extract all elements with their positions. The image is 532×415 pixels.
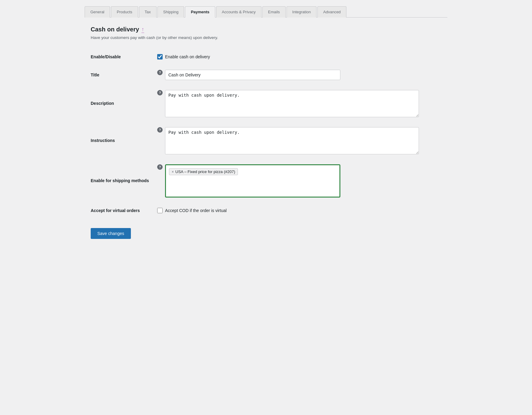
enable-disable-row: Enable/Disable Enable cash on delivery xyxy=(91,48,441,65)
instructions-field: ? Pay with cash upon delivery. xyxy=(157,122,441,159)
enable-disable-field: Enable cash on delivery xyxy=(157,48,441,65)
shipping-methods-wrapper: ? × USA – Fixed price for pizza (#207) xyxy=(157,164,441,198)
save-changes-button[interactable]: Save changes xyxy=(91,228,131,239)
description-label: Description xyxy=(91,85,157,122)
title-help-icon[interactable]: ? xyxy=(157,70,163,75)
page-wrapper: General Products Tax Shipping Payments A… xyxy=(79,0,453,251)
shipping-methods-label: Enable for shipping methods xyxy=(91,159,157,202)
shipping-methods-field: ? × USA – Fixed price for pizza (#207) xyxy=(157,159,441,202)
title-field: ? xyxy=(157,65,441,85)
tag-remove-icon[interactable]: × xyxy=(172,170,174,174)
content-area: Cash on delivery ↑ Have your customers p… xyxy=(85,18,447,245)
description-field: ? Pay with cash upon delivery. xyxy=(157,85,441,122)
instructions-field-wrapper: ? Pay with cash upon delivery. xyxy=(157,127,441,154)
tab-emails[interactable]: Emails xyxy=(262,6,286,18)
description-field-wrapper: ? Pay with cash upon delivery. xyxy=(157,90,441,117)
accept-virtual-checkbox[interactable] xyxy=(157,208,163,213)
tabs-bar: General Products Tax Shipping Payments A… xyxy=(85,6,447,18)
shipping-method-tag-label: USA – Fixed price for pizza (#207) xyxy=(175,169,235,174)
instructions-textarea[interactable]: Pay with cash upon delivery. xyxy=(165,127,419,154)
tab-accounts-privacy[interactable]: Accounts & Privacy xyxy=(216,6,261,18)
tab-general[interactable]: General xyxy=(85,6,110,18)
page-title: Cash on delivery ↑ xyxy=(91,26,441,33)
shipping-method-tag: × USA – Fixed price for pizza (#207) xyxy=(169,168,238,175)
page-description: Have your customers pay with cash (or by… xyxy=(91,35,441,40)
description-textarea[interactable]: Pay with cash upon delivery. xyxy=(165,90,419,117)
tab-integration[interactable]: Integration xyxy=(287,6,316,18)
accept-virtual-label: Accept COD if the order is virtual xyxy=(165,208,227,213)
virtual-orders-checkbox-wrapper: Accept COD if the order is virtual xyxy=(157,208,441,213)
shipping-methods-box[interactable]: × USA – Fixed price for pizza (#207) xyxy=(165,164,340,198)
title-link-icon[interactable]: ↑ xyxy=(141,26,144,33)
shipping-methods-row: Enable for shipping methods ? × USA – Fi… xyxy=(91,159,441,202)
title-input[interactable] xyxy=(165,70,340,80)
instructions-label: Instructions xyxy=(91,122,157,159)
enable-cod-label: Enable cash on delivery xyxy=(165,54,210,59)
tab-tax[interactable]: Tax xyxy=(139,6,157,18)
description-row: Description ? Pay with cash upon deliver… xyxy=(91,85,441,122)
settings-form: Enable/Disable Enable cash on delivery T… xyxy=(91,48,441,219)
virtual-orders-row: Accept for virtual orders Accept COD if … xyxy=(91,202,441,219)
title-label: Title xyxy=(91,65,157,85)
enable-disable-label: Enable/Disable xyxy=(91,48,157,65)
virtual-orders-label: Accept for virtual orders xyxy=(91,202,157,219)
description-help-icon[interactable]: ? xyxy=(157,90,163,95)
virtual-orders-field: Accept COD if the order is virtual xyxy=(157,202,441,219)
enable-checkbox-wrapper: Enable cash on delivery xyxy=(157,54,441,60)
tab-advanced[interactable]: Advanced xyxy=(317,6,346,18)
page-title-text: Cash on delivery xyxy=(91,26,139,33)
shipping-methods-help-icon[interactable]: ? xyxy=(157,164,163,170)
tab-products[interactable]: Products xyxy=(111,6,138,18)
tab-payments[interactable]: Payments xyxy=(185,6,215,18)
title-field-wrapper: ? xyxy=(157,70,441,80)
enable-cod-checkbox[interactable] xyxy=(157,54,163,60)
page-header: Cash on delivery ↑ Have your customers p… xyxy=(91,26,441,40)
instructions-row: Instructions ? Pay with cash upon delive… xyxy=(91,122,441,159)
instructions-help-icon[interactable]: ? xyxy=(157,127,163,133)
title-row: Title ? xyxy=(91,65,441,85)
tab-shipping[interactable]: Shipping xyxy=(157,6,184,18)
